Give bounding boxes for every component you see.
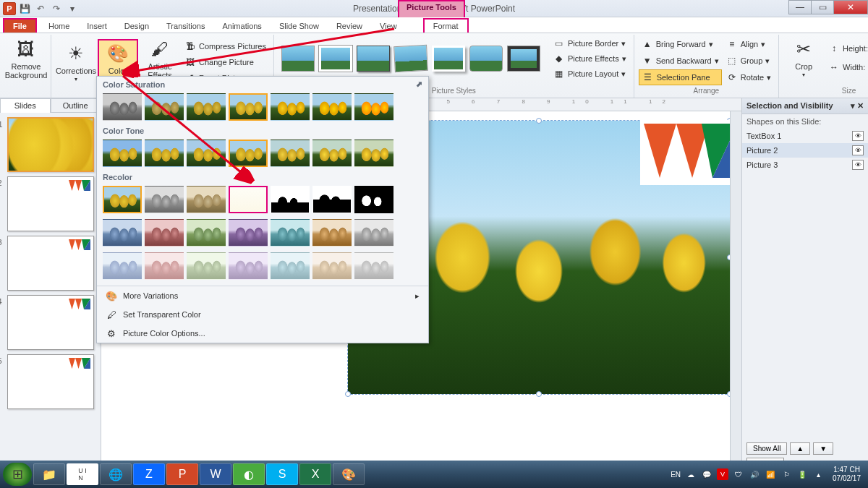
eye-icon[interactable]: 👁 — [852, 131, 864, 141]
picture-border-button[interactable]: ▭Picture Border▾ — [550, 36, 629, 51]
start-button[interactable]: ⊞ — [3, 463, 32, 486]
qat-dropdown-icon[interactable]: ▾ — [65, 1, 80, 16]
selection-item-textbox1[interactable]: TextBox 1👁 — [742, 129, 868, 143]
tray-icon[interactable]: 🔋 — [796, 468, 808, 480]
tab-outline[interactable]: Outline — [51, 98, 101, 113]
saturation-swatch[interactable] — [145, 93, 184, 121]
tray-chevron-icon[interactable]: ▴ — [812, 468, 824, 480]
logo-picture[interactable] — [640, 120, 741, 185]
tray-network-icon[interactable]: 📶 — [765, 468, 776, 480]
recolor-swatch[interactable] — [103, 219, 142, 247]
vertical-scrollbar[interactable] — [730, 111, 741, 474]
recolor-swatch-bw75[interactable] — [354, 186, 393, 213]
picture-style-item[interactable] — [507, 46, 540, 72]
selection-item-picture3[interactable]: Picture 3👁 — [742, 158, 868, 172]
selection-pane-button[interactable]: ☰Selection Pane — [639, 69, 722, 85]
recolor-swatch[interactable] — [229, 252, 268, 280]
tray-volume-icon[interactable]: 🔊 — [749, 468, 760, 480]
recolor-swatch-sepia[interactable] — [187, 186, 226, 213]
tab-view[interactable]: View — [371, 20, 406, 33]
slide-thumbnail-2[interactable]: 2 — [7, 176, 94, 231]
tray-icon[interactable]: V — [717, 468, 728, 480]
picture-style-item[interactable] — [432, 46, 465, 72]
tray-icon[interactable]: 💬 — [701, 468, 712, 480]
taskbar-paint[interactable]: 🎨 — [333, 463, 365, 485]
picture-style-item[interactable] — [281, 46, 315, 72]
send-backward-button[interactable]: ▼Send Backward▾ — [639, 53, 722, 69]
taskbar-zalo[interactable]: Z — [133, 463, 165, 485]
recolor-swatch[interactable] — [354, 219, 393, 247]
reorder-down-button[interactable]: ▼ — [813, 442, 833, 455]
tone-swatch[interactable] — [187, 140, 226, 167]
eye-icon[interactable]: 👁 — [852, 160, 864, 170]
saturation-swatch[interactable] — [103, 93, 142, 121]
more-variations-item[interactable]: 🎨More Variations▸ — [97, 286, 428, 305]
recolor-swatch[interactable] — [312, 219, 352, 247]
picture-styles-gallery[interactable] — [278, 43, 543, 74]
set-transparent-color-item[interactable]: 🖊Set Transparent Color — [97, 305, 428, 324]
redo-icon[interactable]: ↷ — [49, 1, 64, 16]
rotate-button[interactable]: ⟳Rotate▾ — [723, 69, 774, 85]
slide-thumbnail-3[interactable]: 3 — [7, 236, 94, 291]
tab-home[interactable]: Home — [40, 20, 78, 33]
saturation-swatch[interactable] — [187, 93, 226, 121]
tab-format[interactable]: Format — [423, 18, 469, 33]
taskbar-chrome[interactable]: 🌐 — [100, 463, 132, 485]
recolor-swatch[interactable] — [229, 219, 268, 247]
saturation-swatch-selected[interactable] — [229, 93, 268, 121]
recolor-swatch[interactable] — [271, 219, 310, 247]
taskbar-clock[interactable]: 1:47 CH 07/02/17 — [828, 466, 865, 483]
taskbar-unikey[interactable]: U IN — [67, 463, 98, 485]
maximize-button[interactable]: ▭ — [811, 0, 834, 14]
save-icon[interactable]: 💾 — [17, 1, 32, 16]
tab-slideshow[interactable]: Slide Show — [271, 20, 328, 33]
recolor-swatch-bw25[interactable] — [271, 186, 310, 213]
taskbar-skype[interactable]: S — [266, 463, 298, 485]
slide-thumbnail-1[interactable]: 1 — [7, 117, 94, 172]
recolor-swatch[interactable] — [145, 252, 184, 280]
bring-forward-button[interactable]: ▲Bring Forward▾ — [639, 36, 722, 52]
recolor-swatch[interactable] — [103, 252, 142, 280]
recolor-swatch-bw50[interactable] — [312, 186, 352, 213]
remove-background-button[interactable]: 🖼 Remove Background — [6, 36, 46, 81]
tab-insert[interactable]: Insert — [78, 20, 116, 33]
recolor-swatch[interactable] — [271, 252, 310, 280]
recolor-swatch-washout[interactable] — [229, 186, 268, 213]
change-picture-button[interactable]: 🖼Change Picture — [182, 55, 269, 69]
tab-file[interactable]: File — [3, 18, 37, 33]
tone-swatch-selected[interactable] — [229, 140, 268, 167]
tray-icon[interactable]: 🛡 — [733, 468, 744, 480]
height-field[interactable]: ↕Height: — [825, 40, 868, 56]
saturation-swatch[interactable] — [354, 93, 393, 121]
expand-icon[interactable]: ⬈ — [416, 80, 422, 89]
reorder-up-button[interactable]: ▲ — [790, 442, 810, 455]
picture-effects-button[interactable]: ◆Picture Effects▾ — [550, 51, 629, 66]
tone-swatch[interactable] — [103, 140, 142, 167]
picture-style-item[interactable] — [393, 45, 428, 72]
slide-thumbnail-4[interactable]: 4 — [7, 295, 94, 350]
minimize-button[interactable]: — — [788, 0, 812, 14]
tab-slides[interactable]: Slides — [0, 98, 51, 113]
taskbar-explorer[interactable]: 📁 — [33, 463, 65, 485]
tray-icon[interactable]: ⚐ — [780, 468, 792, 480]
picture-color-options-item[interactable]: ⚙Picture Color Options... — [97, 324, 428, 343]
align-button[interactable]: ≡Align▾ — [723, 36, 774, 52]
tab-animations[interactable]: Animations — [213, 20, 270, 33]
width-field[interactable]: ↔Width: — [825, 59, 868, 75]
corrections-button[interactable]: ☀ Corrections▾ — [56, 40, 96, 85]
tray-icon[interactable]: ☁ — [685, 468, 697, 480]
tone-swatch[interactable] — [354, 140, 393, 167]
tone-swatch[interactable] — [271, 140, 310, 167]
recolor-swatch[interactable] — [145, 219, 184, 247]
picture-style-item[interactable] — [357, 46, 390, 72]
recolor-swatch[interactable] — [187, 219, 226, 247]
tone-swatch[interactable] — [145, 140, 184, 167]
recolor-swatch[interactable] — [187, 252, 226, 280]
picture-layout-button[interactable]: ▦Picture Layout▾ — [550, 67, 629, 81]
crop-button[interactable]: ✂ Crop▾ — [783, 36, 824, 80]
recolor-swatch[interactable] — [354, 252, 393, 280]
eye-icon[interactable]: 👁 — [852, 145, 864, 155]
taskbar-word[interactable]: W — [200, 463, 231, 485]
tab-design[interactable]: Design — [116, 20, 158, 33]
saturation-swatch[interactable] — [312, 93, 352, 121]
